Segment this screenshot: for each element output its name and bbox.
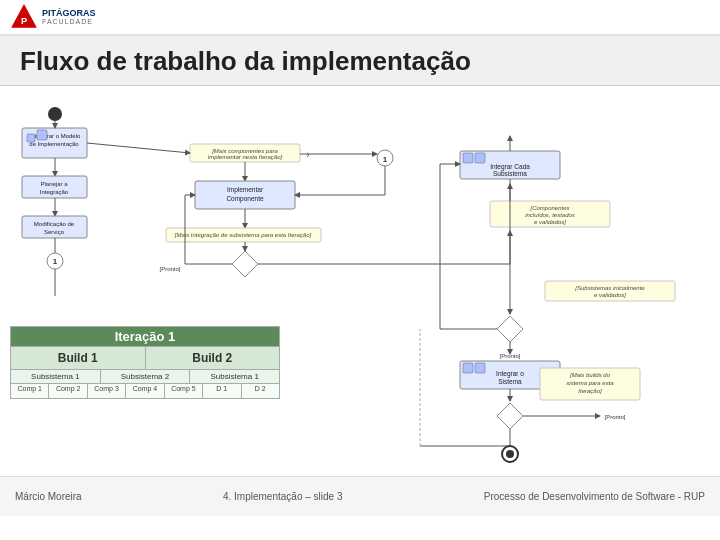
subsystem-1: Subsistema 1 — [11, 370, 101, 383]
svg-marker-31 — [232, 251, 258, 277]
svg-text:implementar nesta Iteração]: implementar nesta Iteração] — [208, 154, 283, 160]
svg-text:P: P — [21, 16, 27, 26]
svg-text:incluídos, testados: incluídos, testados — [525, 212, 575, 218]
svg-point-77 — [506, 450, 514, 458]
comp-3: Comp 3 — [88, 384, 126, 398]
build-1-cell: Build 1 — [11, 346, 146, 369]
comp-2: Comp 2 — [49, 384, 87, 398]
page-title: Fluxo de trabalho da implementação — [20, 46, 700, 77]
footer-author: Márcio Moreira — [15, 491, 82, 502]
comp-1: Comp 1 — [11, 384, 49, 398]
start-node — [48, 107, 62, 121]
svg-rect-45 — [475, 153, 485, 163]
svg-rect-58 — [463, 363, 473, 373]
subsystem-2: Subsistema 2 — [101, 370, 191, 383]
comp-d2: D 2 — [242, 384, 279, 398]
svg-text:e validados]: e validados] — [594, 292, 626, 298]
logo: P PITÁGORAS FACULDADE — [10, 3, 96, 31]
svg-text:Sistema: Sistema — [498, 378, 522, 385]
builds-row: Build 1 Build 2 — [11, 346, 279, 369]
svg-rect-51 — [545, 281, 675, 301]
svg-rect-44 — [463, 153, 473, 163]
footer: Márcio Moreira 4. Implementação – slide … — [0, 476, 720, 516]
logo-icon: P — [10, 3, 38, 31]
svg-text:Planejar a: Planejar a — [40, 181, 68, 187]
svg-text:sistema para esta: sistema para esta — [566, 380, 614, 386]
svg-text:Implementar: Implementar — [227, 186, 264, 194]
svg-rect-59 — [475, 363, 485, 373]
svg-marker-70 — [497, 403, 523, 429]
iteration-block: Iteração 1 Build 1 Build 2 Subsistema 1 … — [10, 326, 280, 399]
flow-diagram: Estruturar o Modelo de Implementação Pla… — [0, 86, 720, 466]
comps-row: Comp 1 Comp 2 Comp 3 Comp 4 Comp 5 D 1 D… — [11, 383, 279, 398]
build-2-cell: Build 2 — [146, 346, 280, 369]
svg-text:Iteração]: Iteração] — [578, 388, 602, 394]
svg-text:Integrar o: Integrar o — [496, 370, 524, 378]
main-content: Estruturar o Modelo de Implementação Pla… — [0, 86, 720, 516]
svg-text:[Pronto]: [Pronto] — [159, 266, 180, 272]
logo-subtitle: FACULDADE — [42, 18, 96, 25]
header: P PITÁGORAS FACULDADE — [0, 0, 720, 36]
svg-text:Componente: Componente — [226, 195, 264, 203]
svg-text:[Subsistemas inicialmente: [Subsistemas inicialmente — [574, 285, 645, 291]
title-bar: Fluxo de trabalho da implementação — [0, 36, 720, 86]
svg-text:Integração: Integração — [40, 189, 69, 195]
iteration-label: Iteração 1 — [11, 327, 279, 346]
comp-d1: D 1 — [203, 384, 241, 398]
svg-marker-54 — [497, 316, 523, 342]
svg-text:Subsistema: Subsistema — [493, 170, 527, 177]
subsystems-row: Subsistema 1 Subsistema 2 Subsistema 1 — [11, 369, 279, 383]
comp-5: Comp 5 — [165, 384, 203, 398]
svg-text:[Pronto]: [Pronto] — [604, 414, 625, 420]
svg-text:1: 1 — [383, 155, 388, 164]
svg-text:Estruturar o Modelo: Estruturar o Modelo — [28, 133, 81, 139]
svg-text:1: 1 — [53, 257, 58, 266]
footer-slide: 4. Implementação – slide 3 — [223, 491, 343, 502]
footer-course: Processo de Desenvolvimento de Software … — [484, 491, 705, 502]
svg-rect-6 — [27, 134, 35, 142]
svg-text:Serviço: Serviço — [44, 229, 65, 235]
svg-rect-5 — [37, 130, 47, 140]
svg-line-79 — [87, 143, 190, 153]
subsystem-3: Subsistema 1 — [190, 370, 279, 383]
svg-text:e validados]: e validados] — [534, 219, 566, 225]
comp-4: Comp 4 — [126, 384, 164, 398]
svg-text:[Mais builds do: [Mais builds do — [569, 372, 611, 378]
svg-text:de Implementação: de Implementação — [29, 141, 79, 147]
svg-text:Modificação de: Modificação de — [34, 221, 75, 227]
logo-name: PITÁGORAS — [42, 9, 96, 19]
svg-text:[Mais Integração de subsistema: [Mais Integração de subsistema para esta… — [174, 232, 312, 238]
svg-text:[Componentes: [Componentes — [529, 205, 569, 211]
